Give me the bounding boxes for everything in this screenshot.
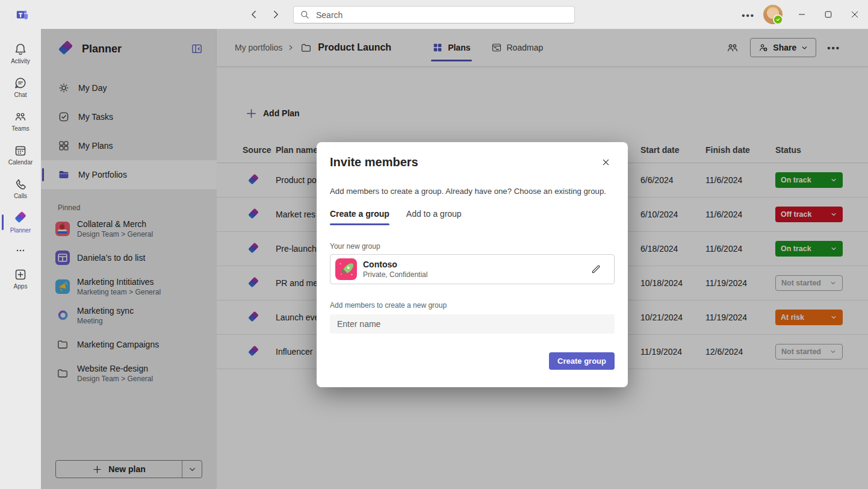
app-rail: Activity Chat Teams Calendar Calls Plann… bbox=[0, 29, 41, 489]
close-icon[interactable] bbox=[597, 153, 615, 171]
apps-icon bbox=[14, 268, 27, 281]
group-privacy: Private, Confidential bbox=[363, 270, 427, 279]
search-icon bbox=[300, 10, 310, 20]
rail-more-apps-button[interactable] bbox=[0, 240, 41, 261]
teams-window: ••• Activity Chat Teams Calendar Calls bbox=[0, 0, 868, 489]
minimize-button[interactable] bbox=[789, 0, 815, 29]
dialog-title: Invite members bbox=[330, 155, 418, 169]
edit-pencil-icon[interactable] bbox=[587, 261, 604, 278]
planner-icon bbox=[13, 211, 28, 225]
dialog-tabs: Create a group Add to a group bbox=[330, 209, 615, 225]
create-group-button[interactable]: Create group bbox=[549, 352, 615, 370]
teams-logo-icon bbox=[16, 8, 29, 22]
your-new-group-label: Your new group bbox=[330, 242, 615, 251]
avatar[interactable] bbox=[763, 5, 783, 24]
rail-item-planner[interactable]: Planner bbox=[0, 206, 41, 238]
rail-item-calls[interactable]: Calls bbox=[0, 172, 41, 205]
chat-icon bbox=[14, 76, 27, 90]
phone-icon bbox=[14, 178, 27, 191]
tab-add-to-a-group[interactable]: Add to a group bbox=[406, 209, 462, 225]
forward-button[interactable] bbox=[268, 7, 283, 22]
search-input[interactable] bbox=[315, 10, 568, 20]
rail-item-calendar[interactable]: Calendar bbox=[0, 139, 41, 171]
member-name-input[interactable] bbox=[330, 314, 615, 334]
ellipsis-icon bbox=[15, 245, 26, 256]
maximize-button[interactable] bbox=[815, 0, 842, 29]
title-bar: ••• bbox=[0, 0, 868, 29]
back-button[interactable] bbox=[247, 7, 261, 22]
calendar-icon bbox=[14, 144, 27, 157]
rail-item-activity[interactable]: Activity bbox=[0, 37, 41, 70]
rocket-icon bbox=[335, 258, 357, 280]
teams-people-icon bbox=[14, 110, 27, 123]
dialog-description: Add members to create a group. Already h… bbox=[330, 187, 615, 196]
rail-item-teams[interactable]: Teams bbox=[0, 105, 41, 137]
rail-item-apps[interactable]: Apps bbox=[0, 263, 41, 295]
presence-available-icon bbox=[773, 14, 783, 25]
add-members-label: Add members to create a new group bbox=[330, 301, 615, 310]
invite-members-dialog: Invite members Add members to create a g… bbox=[317, 142, 628, 387]
group-card: Contoso Private, Confidential bbox=[330, 254, 615, 284]
bell-icon bbox=[14, 43, 27, 56]
close-window-button[interactable] bbox=[842, 0, 868, 29]
rail-item-chat[interactable]: Chat bbox=[0, 71, 41, 104]
group-name: Contoso bbox=[363, 260, 427, 269]
titlebar-more-button[interactable]: ••• bbox=[742, 10, 755, 20]
search-box[interactable] bbox=[293, 6, 575, 23]
tab-create-a-group[interactable]: Create a group bbox=[330, 209, 389, 225]
